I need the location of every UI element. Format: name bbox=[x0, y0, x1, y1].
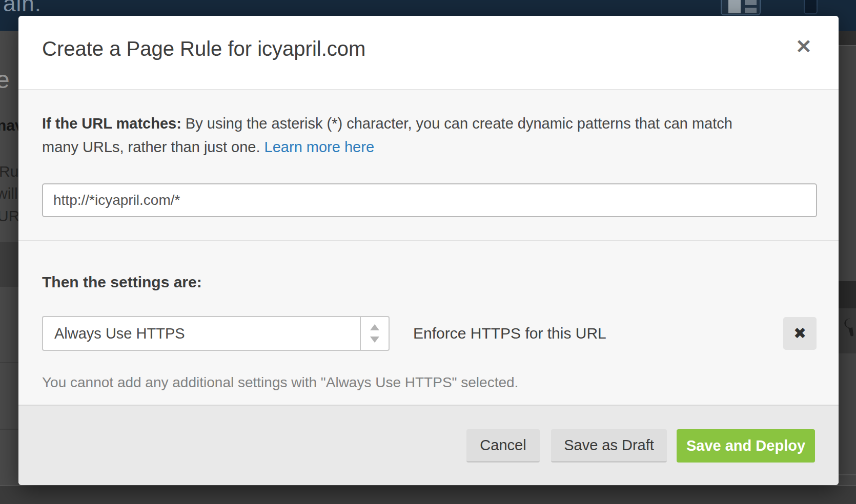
url-pattern-input[interactable] bbox=[42, 183, 817, 217]
save-and-deploy-button[interactable]: Save and Deploy bbox=[677, 429, 815, 463]
dimmed-table-header bbox=[0, 242, 18, 287]
chevron-up-icon bbox=[370, 324, 379, 330]
background-text-fragment: UR bbox=[0, 207, 18, 225]
dimmed-block bbox=[839, 31, 856, 46]
dimmed-block bbox=[839, 281, 856, 308]
close-icon[interactable]: ✕ bbox=[791, 34, 816, 59]
layout-toggle-icon bbox=[721, 0, 761, 15]
settings-heading: Then the settings are: bbox=[42, 274, 202, 291]
select-stepper-icon bbox=[360, 317, 389, 350]
setting-select-value: Always Use HTTPS bbox=[54, 317, 185, 350]
wrench-icon bbox=[840, 318, 854, 338]
background-text-fragment: Ru bbox=[0, 163, 18, 180]
grid-view-icon bbox=[728, 0, 741, 13]
modal-footer: Cancel Save as Draft Save and Deploy bbox=[18, 405, 839, 485]
setting-select[interactable]: Always Use HTTPS bbox=[42, 316, 390, 351]
page-rule-modal: Create a Page Rule for icyapril.com ✕ If… bbox=[18, 16, 839, 485]
divider bbox=[0, 362, 18, 363]
clipped-domain-text: ain. bbox=[3, 0, 42, 16]
url-match-text-line2: many URLs, rather than just one. bbox=[42, 139, 260, 155]
setting-description: Enforce HTTPS for this URL bbox=[413, 316, 606, 351]
remove-setting-button[interactable]: ✖ bbox=[783, 317, 817, 350]
chevron-down-icon bbox=[370, 337, 379, 343]
partial-toolbar-icon bbox=[804, 0, 818, 14]
url-match-label: If the URL matches: bbox=[42, 115, 181, 132]
url-match-description: If the URL matches: By using the asteris… bbox=[42, 112, 806, 159]
divider bbox=[0, 429, 18, 430]
learn-more-link[interactable]: Learn more here bbox=[264, 139, 374, 155]
background-text-fragment: e bbox=[0, 66, 10, 94]
cancel-button[interactable]: Cancel bbox=[466, 429, 540, 463]
dimmed-background-left: e nav Ru will UR bbox=[0, 31, 18, 504]
divider bbox=[18, 240, 839, 241]
background-text-fragment: will bbox=[0, 185, 18, 202]
modal-header: Create a Page Rule for icyapril.com ✕ bbox=[18, 16, 839, 90]
dimmed-background-bottom bbox=[0, 485, 856, 504]
divider bbox=[839, 474, 856, 475]
dimmed-background-right bbox=[839, 31, 856, 504]
dimmed-block bbox=[839, 308, 856, 353]
save-as-draft-button[interactable]: Save as Draft bbox=[551, 429, 667, 463]
modal-title: Create a Page Rule for icyapril.com bbox=[42, 37, 365, 60]
modal-body: If the URL matches: By using the asteris… bbox=[18, 90, 839, 405]
background-text-fragment: nav bbox=[0, 117, 18, 134]
setting-note: You cannot add any additional settings w… bbox=[42, 374, 518, 391]
url-match-text-line1: By using the asterisk (*) character, you… bbox=[186, 115, 732, 132]
